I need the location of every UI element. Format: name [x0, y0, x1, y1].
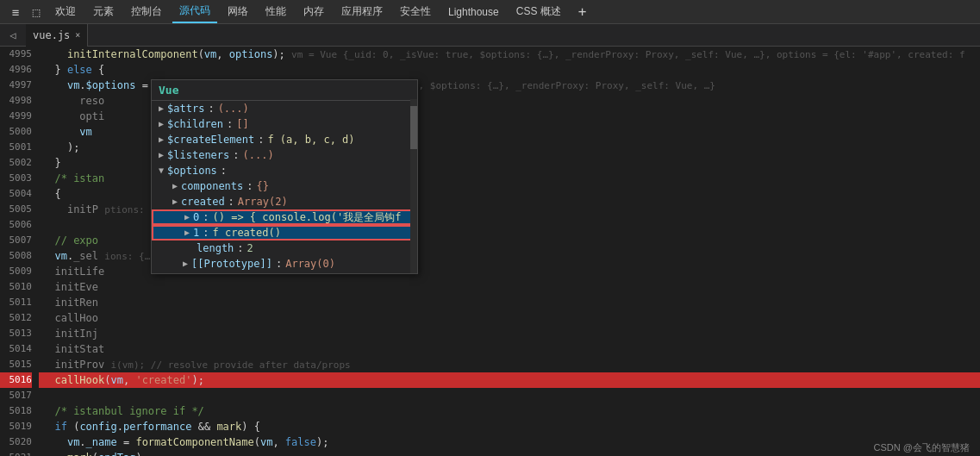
hamburger-icon[interactable]: ≡ [7, 3, 24, 21]
attr-val-listeners: (...) [243, 147, 274, 163]
nav-application[interactable]: 应用程序 [334, 1, 390, 22]
line-num-5001: 5001 [0, 140, 32, 155]
attr-key-createElement: $createElement [167, 132, 254, 147]
line-num-4999: 4999 [0, 109, 32, 124]
attr-val-children: [] [236, 116, 248, 132]
attr-key-length: length [197, 240, 234, 256]
attr-key-created-0: 0 [193, 209, 199, 225]
line-num-5017: 5017 [0, 388, 32, 403]
tab-filename: vue.js [33, 29, 70, 41]
variable-inspector-popup: Vue ▶ $attrs: (...) ▶ $children: [] ▶ $c… [151, 79, 418, 274]
code-line-5010: initEve [39, 279, 980, 295]
code-line-4996: } else { [39, 62, 980, 78]
watermark: CSDN @会飞的智慧猪 [874, 440, 970, 456]
line-num-5002: 5002 [0, 155, 32, 171]
tooltip-row-created: ▶ created: Array(2) [152, 194, 417, 209]
nav-css-overview[interactable]: CSS 概述 [509, 1, 568, 22]
expand-created-icon[interactable]: ▶ [172, 194, 178, 209]
attr-key-directives: directives [181, 272, 243, 273]
tooltip-row-created-0: ▶ 0: () => { console.log('我是全局钩f [152, 209, 417, 225]
code-line-5021: mark(endTag); [39, 450, 980, 456]
line-num-5021: 5021 [0, 450, 32, 456]
line-num-5013: 5013 [0, 326, 32, 341]
tab-close-button[interactable]: × [75, 30, 80, 40]
nav-elements[interactable]: 元素 [86, 1, 121, 22]
tooltip-row-attrs: ▶ $attrs: (...) [152, 101, 417, 116]
code-line-5013: initInj [39, 326, 980, 341]
tooltip-body[interactable]: ▶ $attrs: (...) ▶ $children: [] ▶ $creat… [152, 101, 417, 273]
expand-attrs-icon[interactable]: ▶ [159, 101, 164, 116]
nav-memory[interactable]: 内存 [296, 1, 331, 22]
tooltip-row-createElement: ▶ $createElement: f (a, b, c, d) [152, 132, 417, 147]
expand-created-0-icon[interactable]: ▶ [184, 209, 190, 225]
code-editor[interactable]: initInternalComponent(vm, options); vm =… [39, 47, 980, 456]
back-icon[interactable]: ◁ [3, 26, 22, 45]
file-tab[interactable]: vue.js × [26, 24, 88, 47]
tooltip-scrollbar[interactable] [410, 99, 417, 273]
line-num-5005: 5005 [0, 202, 32, 217]
expand-directives-icon[interactable]: ▶ [172, 272, 178, 273]
attr-key-components: components [181, 178, 243, 194]
nav-lighthouse[interactable]: Lighthouse [441, 3, 506, 22]
expand-prototype-icon[interactable]: ▶ [183, 256, 188, 272]
editor-area: 4995 4996 4997 4998 4999 5000 5001 5002 … [0, 47, 980, 456]
attr-val-prototype: Array(0) [285, 256, 335, 272]
attr-key-attrs: $attrs [167, 101, 204, 116]
line-num-5008: 5008 [0, 248, 32, 264]
code-line-5016: callHook(vm, 'created'); [39, 372, 980, 388]
attr-val-length: 2 [247, 240, 253, 256]
tooltip-row-length: length: 2 [152, 240, 417, 256]
code-line-5015: initProv i(vm); // resolve provide after… [39, 357, 980, 372]
line-num-5016: 5016 [0, 372, 32, 388]
attr-key-created-1: 1 [193, 225, 199, 240]
nav-network[interactable]: 网络 [221, 1, 255, 22]
code-line-5020: vm._name = formatComponentName(vm, false… [39, 434, 980, 450]
line-num-5009: 5009 [0, 264, 32, 279]
add-tab-button[interactable]: + [571, 0, 594, 23]
nav-performance[interactable]: 性能 [259, 1, 293, 22]
line-num-4996: 4996 [0, 62, 32, 78]
code-line-5014: initStat [39, 341, 980, 357]
line-num-5011: 5011 [0, 295, 32, 310]
nav-source[interactable]: 源代码 [172, 0, 217, 23]
code-line-5012: callHoo [39, 310, 980, 326]
tab-bar: ◁ vue.js × [0, 24, 980, 47]
line-num-5014: 5014 [0, 341, 32, 357]
expand-createelement-icon[interactable]: ▶ [159, 132, 164, 147]
tooltip-row-prototype: ▶ [[Prototype]]: Array(0) [152, 256, 417, 272]
attr-key-listeners: $listeners [167, 147, 229, 163]
line-num-5012: 5012 [0, 310, 32, 326]
code-line-5011: initRen [39, 295, 980, 310]
tooltip-row-children: ▶ $children: [] [152, 116, 417, 132]
attr-val-directives: {} [257, 272, 269, 273]
expand-components-icon[interactable]: ▶ [172, 178, 178, 194]
expand-listeners-icon[interactable]: ▶ [159, 147, 164, 163]
attr-val-createElement: f (a, b, c, d) [267, 132, 354, 147]
line-num-5010: 5010 [0, 279, 32, 295]
line-num-4997: 4997 [0, 78, 32, 93]
inspect-icon[interactable]: ⬚ [28, 3, 45, 21]
line-num-5018: 5018 [0, 403, 32, 419]
expand-options-icon[interactable]: ▼ [159, 163, 164, 178]
line-num-4998: 4998 [0, 93, 32, 109]
line-num-5004: 5004 [0, 186, 32, 202]
tooltip-row-components: ▶ components: {} [152, 178, 417, 194]
tooltip-row-listeners: ▶ $listeners: (...) [152, 147, 417, 163]
nav-security[interactable]: 安全性 [393, 1, 438, 22]
nav-welcome[interactable]: 欢迎 [48, 1, 83, 22]
code-line-5019: if (config.performance && mark) { [39, 419, 980, 434]
code-line-4995: initInternalComponent(vm, options); vm =… [39, 47, 980, 62]
line-numbers-gutter: 4995 4996 4997 4998 4999 5000 5001 5002 … [0, 47, 39, 456]
line-num-5015: 5015 [0, 357, 32, 372]
attr-key-prototype: [[Prototype]] [191, 256, 272, 272]
attr-val-created-0: () => { console.log('我是全局钩f [213, 209, 402, 225]
tooltip-scrollbar-thumb[interactable] [410, 106, 417, 149]
nav-console[interactable]: 控制台 [124, 1, 169, 22]
line-num-5007: 5007 [0, 233, 32, 248]
expand-children-icon[interactable]: ▶ [159, 116, 164, 132]
expand-created-1-icon[interactable]: ▶ [184, 225, 190, 240]
tooltip-row-created-1: ▶ 1: f created() [152, 225, 417, 240]
code-line-5018: /* istanbul ignore if */ [39, 403, 980, 419]
attr-val-created: Array(2) [238, 194, 288, 209]
tooltip-row-directives: ▶ directives: {} [152, 272, 417, 273]
